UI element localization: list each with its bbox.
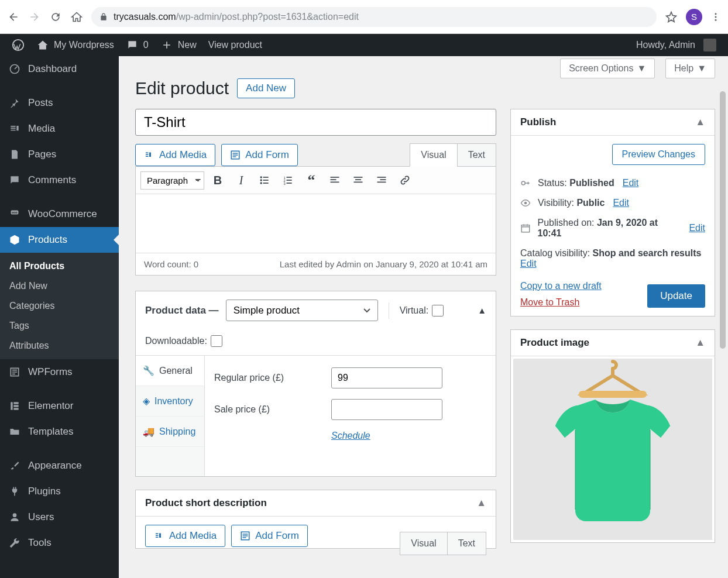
screen-options-button[interactable]: Screen Options ▼ bbox=[560, 59, 655, 78]
editor-tab-visual[interactable]: Visual bbox=[410, 143, 457, 167]
preview-changes-button[interactable]: Preview Changes bbox=[612, 144, 705, 165]
status-edit-link[interactable]: Edit bbox=[623, 178, 639, 188]
move-to-trash-link[interactable]: Move to Trash bbox=[520, 297, 602, 308]
howdy-link[interactable]: Howdy, Admin bbox=[630, 34, 722, 56]
panel-collapse-button[interactable]: ▲ bbox=[695, 116, 705, 128]
menu-wpforms[interactable]: WPForms bbox=[0, 359, 119, 385]
submenu-add-new[interactable]: Add New bbox=[0, 276, 119, 296]
pd-tab-shipping[interactable]: 🚚Shipping bbox=[136, 417, 204, 447]
published-edit-link[interactable]: Edit bbox=[689, 223, 705, 233]
reload-button[interactable] bbox=[49, 11, 62, 23]
menu-tools[interactable]: Tools bbox=[0, 530, 119, 556]
menu-products[interactable]: Products bbox=[0, 227, 119, 253]
copy-draft-link[interactable]: Copy to a new draft bbox=[520, 281, 602, 291]
bullet-list-button[interactable] bbox=[255, 170, 274, 190]
publish-title: Publish bbox=[520, 116, 556, 128]
short-tab-visual[interactable]: Visual bbox=[400, 532, 447, 555]
visibility-label: Visibility: Public bbox=[538, 198, 605, 208]
menu-comments[interactable]: Comments bbox=[0, 167, 119, 193]
regular-price-input[interactable] bbox=[331, 367, 442, 388]
downloadable-checkbox[interactable] bbox=[211, 335, 222, 347]
editor-tab-text[interactable]: Text bbox=[457, 143, 496, 167]
site-name-link[interactable]: My Wordpress bbox=[30, 34, 120, 56]
product-type-select[interactable]: Simple product bbox=[226, 300, 378, 321]
align-center-button[interactable] bbox=[348, 170, 368, 190]
back-button[interactable] bbox=[7, 11, 20, 23]
profile-avatar[interactable]: S bbox=[686, 9, 702, 25]
catalog-edit-link[interactable]: Edit bbox=[520, 259, 537, 269]
svg-rect-25 bbox=[287, 183, 292, 184]
product-title-input[interactable] bbox=[135, 109, 496, 136]
comments-link[interactable]: 0 bbox=[120, 34, 154, 56]
menu-woocommerce[interactable]: wooWooCommerce bbox=[0, 201, 119, 227]
submenu-categories[interactable]: Categories bbox=[0, 296, 119, 316]
add-form-button[interactable]: Add Form bbox=[221, 144, 298, 166]
media-icon bbox=[8, 122, 21, 135]
svg-rect-29 bbox=[354, 177, 363, 178]
editor-content[interactable] bbox=[136, 194, 496, 253]
update-button[interactable]: Update bbox=[647, 284, 705, 308]
panel-collapse-button[interactable]: ▲ bbox=[695, 337, 705, 349]
short-tab-text[interactable]: Text bbox=[447, 532, 486, 555]
svg-rect-31 bbox=[354, 182, 363, 183]
visibility-edit-link[interactable]: Edit bbox=[613, 198, 629, 208]
wrench-icon: 🔧 bbox=[143, 365, 154, 376]
calendar-icon bbox=[520, 223, 532, 233]
panel-collapse-button[interactable]: ▲ bbox=[478, 305, 486, 315]
submenu-attributes[interactable]: Attributes bbox=[0, 336, 119, 356]
panel-collapse-button[interactable]: ▲ bbox=[476, 497, 486, 509]
new-content-link[interactable]: New bbox=[154, 34, 202, 56]
schedule-link[interactable]: Schedule bbox=[331, 431, 370, 441]
main-editor: Paragraph B I 123 “ bbox=[135, 166, 496, 276]
virtual-checkbox[interactable] bbox=[432, 305, 444, 316]
align-left-button[interactable] bbox=[325, 170, 345, 190]
short-add-form-button[interactable]: Add Form bbox=[231, 525, 308, 547]
wp-logo[interactable] bbox=[6, 34, 30, 56]
pd-tab-inventory[interactable]: ◈Inventory bbox=[136, 386, 204, 417]
url-bar[interactable]: trycasuals.com/wp-admin/post.php?post=16… bbox=[91, 7, 657, 27]
home-button[interactable] bbox=[70, 11, 83, 23]
svg-rect-27 bbox=[331, 179, 336, 180]
star-button[interactable] bbox=[665, 11, 678, 23]
pd-tab-general[interactable]: 🔧General bbox=[136, 356, 204, 386]
scrollbar[interactable] bbox=[719, 56, 727, 578]
menu-plugins[interactable]: Plugins bbox=[0, 479, 119, 504]
product-image-title: Product image bbox=[520, 337, 589, 349]
numbered-list-button[interactable]: 123 bbox=[278, 170, 298, 190]
content-area: Screen Options ▼ Help ▼ Edit product Add… bbox=[119, 56, 728, 578]
product-image-thumbnail[interactable] bbox=[513, 359, 712, 540]
help-button[interactable]: Help ▼ bbox=[665, 59, 715, 78]
add-media-button[interactable]: Add Media bbox=[135, 144, 215, 166]
menu-posts[interactable]: Posts bbox=[0, 90, 119, 116]
add-new-button[interactable]: Add New bbox=[237, 78, 295, 98]
sale-price-input[interactable] bbox=[331, 399, 442, 420]
menu-media[interactable]: Media bbox=[0, 116, 119, 142]
svg-rect-28 bbox=[331, 182, 339, 183]
short-add-media-button[interactable]: Add Media bbox=[145, 525, 225, 547]
menu-elementor[interactable]: Elementor bbox=[0, 393, 119, 419]
menu-templates[interactable]: Templates bbox=[0, 419, 119, 445]
menu-button[interactable] bbox=[710, 12, 721, 22]
menu-dashboard[interactable]: Dashboard bbox=[0, 56, 119, 82]
products-icon bbox=[8, 233, 21, 246]
align-right-button[interactable] bbox=[372, 170, 392, 190]
scrollbar-thumb[interactable] bbox=[720, 91, 726, 349]
quote-button[interactable]: “ bbox=[301, 170, 321, 190]
menu-pages[interactable]: Pages bbox=[0, 142, 119, 167]
status-label: Status: Published bbox=[538, 178, 614, 188]
submenu-tags[interactable]: Tags bbox=[0, 316, 119, 336]
italic-button[interactable]: I bbox=[231, 170, 251, 190]
virtual-checkbox-label[interactable]: Virtual: bbox=[400, 305, 444, 316]
downloadable-checkbox-label[interactable]: Downloadable: bbox=[145, 335, 222, 347]
regular-price-label: Regular price (£) bbox=[214, 373, 320, 383]
bold-button[interactable]: B bbox=[208, 170, 228, 190]
menu-users[interactable]: Users bbox=[0, 504, 119, 530]
menu-appearance[interactable]: Appearance bbox=[0, 453, 119, 479]
view-product-link[interactable]: View product bbox=[202, 34, 268, 56]
link-button[interactable] bbox=[395, 170, 415, 190]
submenu-all-products[interactable]: All Products bbox=[0, 256, 119, 276]
svg-point-2 bbox=[715, 19, 717, 20]
svg-rect-23 bbox=[287, 180, 292, 181]
format-select[interactable]: Paragraph bbox=[140, 171, 204, 190]
forward-button[interactable] bbox=[28, 11, 41, 23]
